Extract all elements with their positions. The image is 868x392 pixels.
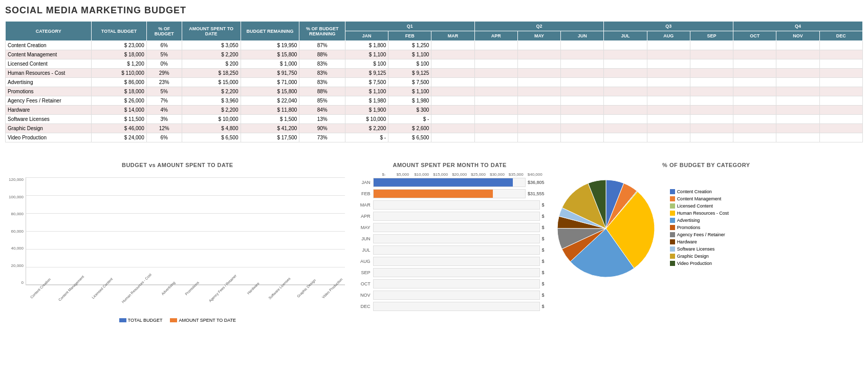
pie-legend-label: Graphic Design xyxy=(677,254,709,259)
hbar-month-label: APR xyxy=(355,214,373,219)
pie-legend-item: Licensed Content xyxy=(670,203,729,209)
hbar-row: AUG$ xyxy=(355,257,545,266)
col-dec: DEC xyxy=(819,31,862,41)
hbar-row: OCT$ xyxy=(355,279,545,288)
col-mar: MAR xyxy=(431,31,474,41)
col-jul: JUL xyxy=(604,31,647,41)
pie-legend-item: Hardware xyxy=(670,239,729,244)
hbar-value-label: $ xyxy=(542,247,545,253)
bar-group xyxy=(171,177,200,284)
hbar-row: JUL$ xyxy=(355,245,545,255)
hbar-fill xyxy=(374,190,493,198)
pie-legend-item: Agency Fees / Retainer xyxy=(670,232,729,237)
hbar-month-label: NOV xyxy=(355,293,373,298)
charts-row: BUDGET vs AMOUNT SPENT TO DATE 120,00010… xyxy=(5,162,863,323)
pie-legend-item: Human Resources - Cost xyxy=(670,211,729,216)
q3-header: Q3 xyxy=(604,22,733,31)
pie-legend-color-box xyxy=(670,203,675,209)
hbar-value-label: $31,555 xyxy=(528,191,545,196)
bar-chart-y-axis: 120,000100,00080,00060,00040,00020,0000 xyxy=(5,177,26,285)
pie-legend-color-box xyxy=(670,254,675,259)
col-sep: SEP xyxy=(690,31,733,41)
hbar-row: JAN$36,805 xyxy=(355,178,545,187)
bar-chart-title: BUDGET vs AMOUNT SPENT TO DATE xyxy=(5,162,350,168)
hbar-chart-title: AMOUNT SPENT PER MONTH TO DATE xyxy=(355,162,545,168)
bar-chart-inner xyxy=(26,177,345,285)
pie-legend-color-box xyxy=(670,225,675,230)
col-header-budget-remaining: BUDGET REMAINING xyxy=(241,22,299,41)
pie-legend-label: Hardware xyxy=(677,239,697,244)
table-row: Agency Fees / Retainer$ 26,0007%$ 3,960$… xyxy=(6,96,863,106)
table-row: Hardware$ 14,0004%$ 2,200$ 11,80084%$ 1,… xyxy=(6,106,863,115)
col-oct: OCT xyxy=(733,31,776,41)
col-jun: JUN xyxy=(561,31,604,41)
pie-legend-item: Content Management xyxy=(670,196,729,201)
hbar-chart-container: AMOUNT SPENT PER MONTH TO DATE $-$5,000$… xyxy=(355,162,545,323)
totals-row: TOTALS $ 377,700 $ 68,360 $ 309,340 $ 36… xyxy=(6,142,863,152)
legend-total-budget: TOTAL BUDGET xyxy=(119,318,163,323)
hbar-month-label: DEC xyxy=(355,304,373,309)
hbar-row: SEP$ xyxy=(355,268,545,277)
col-nov: NOV xyxy=(776,31,819,41)
bar-group xyxy=(27,177,56,284)
hbar-month-label: SEP xyxy=(355,270,373,275)
pie-legend-color-box xyxy=(670,196,675,201)
pie-legend-item: Content Creation xyxy=(670,189,729,194)
hbar-month-label: AUG xyxy=(355,259,373,264)
table-row: Software Licenses$ 11,5003%$ 10,000$ 1,5… xyxy=(6,115,863,124)
hbar-row: FEB$31,555 xyxy=(355,189,545,198)
pie-chart-svg xyxy=(550,172,662,285)
hbar-chart: $-$5,000$10,000$15,000$20,000$25,000$30,… xyxy=(355,172,545,311)
bar-group xyxy=(200,177,228,284)
hbar-row: DEC$ xyxy=(355,302,545,311)
table-row: Promotions$ 18,0005%$ 2,200$ 15,80088%$ … xyxy=(6,87,863,96)
q1-header: Q1 xyxy=(345,22,474,31)
hbar-value-label: $ xyxy=(542,225,545,230)
pie-legend-label: Advertising xyxy=(677,218,700,223)
col-header-pct-budget: % OF BUDGET xyxy=(146,22,182,41)
hbar-value-label: $ xyxy=(542,214,545,219)
col-header-category: CATEGORY xyxy=(6,22,92,41)
col-may: MAY xyxy=(517,31,560,41)
page-title: SOCIAL MEDIA MARKETING BUDGET xyxy=(5,5,863,16)
pie-legend-label: Content Creation xyxy=(677,189,712,194)
legend-label-spent: AMOUNT SPENT TO DATE xyxy=(179,318,236,323)
pie-legend-color-box xyxy=(670,189,675,194)
legend-color-spent xyxy=(170,318,177,322)
col-header-pct-remaining: % OF BUDGET REMAINING xyxy=(299,22,345,41)
hbar-value-label: $ xyxy=(542,293,545,298)
table-row: Advertising$ 86,00023%$ 15,000$ 71,00083… xyxy=(6,78,863,87)
hbar-value-label: $ xyxy=(542,281,545,286)
table-row: Graphic Design$ 46,00012%$ 4,800$ 41,200… xyxy=(6,124,863,133)
hbar-value-label: $ xyxy=(542,270,545,275)
pie-chart-title: % OF BUDGET BY CATEGORY xyxy=(550,162,863,168)
pie-container: Content CreationContent ManagementLicens… xyxy=(550,172,863,285)
table-row: Video Production$ 24,0006%$ 6,500$ 17,50… xyxy=(6,133,863,142)
col-aug: AUG xyxy=(647,31,690,41)
pie-legend-color-box xyxy=(670,239,675,244)
table-row: Licensed Content$ 1,2000%$ 200$ 1,00083%… xyxy=(6,59,863,69)
budget-table: CATEGORY TOTAL BUDGET % OF BUDGET AMOUNT… xyxy=(5,21,863,152)
pie-legend-color-box xyxy=(670,218,675,223)
bar-chart-container: BUDGET vs AMOUNT SPENT TO DATE 120,00010… xyxy=(5,162,350,323)
bar-group xyxy=(142,177,171,284)
table-row: Content Creation$ 23,0006%$ 3,050$ 19,95… xyxy=(6,41,863,50)
hbar-value-label: $ xyxy=(542,236,545,241)
bar-chart: 120,000100,00080,00060,00040,00020,0000 … xyxy=(5,172,350,316)
pie-legend-label: Promotions xyxy=(677,225,701,230)
hbar-row: MAR$ xyxy=(355,200,545,210)
table-row: Content Management$ 18,0005%$ 2,200$ 15,… xyxy=(6,50,863,59)
hbar-row: MAY$ xyxy=(355,223,545,232)
pie-legend-item: Graphic Design xyxy=(670,254,729,259)
col-header-total-budget: TOTAL BUDGET xyxy=(92,22,146,41)
pie-legend-color-box xyxy=(670,232,675,237)
hbar-month-label: FEB xyxy=(355,191,373,196)
bar-group xyxy=(229,177,257,284)
bar-chart-legend: TOTAL BUDGET AMOUNT SPENT TO DATE xyxy=(5,318,350,323)
hbar-month-label: JUN xyxy=(355,236,373,241)
hbar-row: NOV$ xyxy=(355,291,545,300)
bar-group xyxy=(315,177,343,284)
pie-legend-color-box xyxy=(670,211,675,216)
pie-legend-label: Video Production xyxy=(677,261,712,266)
pie-legend-item: Advertising xyxy=(670,218,729,223)
